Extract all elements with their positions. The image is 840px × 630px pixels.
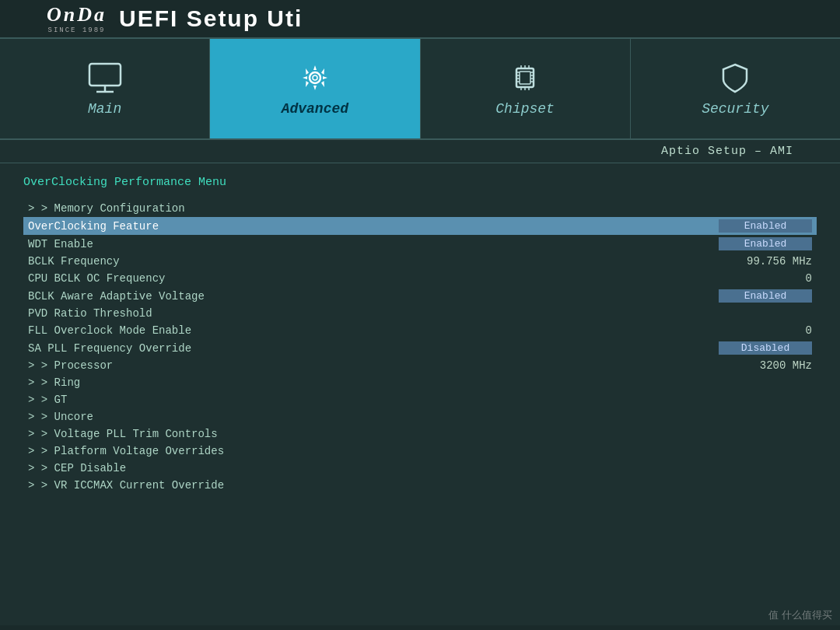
menu-item-value-4: 0: [711, 272, 812, 285]
menu-item-6: PVD Ratio Threshold: [23, 305, 817, 322]
main-content: OverClocking Performance Menu > Memory C…: [0, 163, 840, 625]
menu-item-value-5: Enabled: [711, 289, 812, 303]
menu-item-label-10: > Ring: [28, 376, 812, 389]
menu-item-3: BCLK Frequency99.756 MHz: [23, 253, 817, 270]
menu-item-label-16: > VR ICCMAX Current Override: [28, 479, 812, 492]
subtitle-text: Aptio Setup – AMI: [661, 145, 793, 158]
value-plain-3: 99.756 MHz: [747, 255, 812, 268]
menu-item-label-9: > Processor: [28, 359, 711, 372]
menu-item-label-11: > GT: [28, 394, 812, 406]
value-badge-2: Enabled: [719, 237, 812, 250]
menu-item-4: CPU BCLK OC Frequency0: [23, 270, 817, 287]
menu-item-label-2: WDT Enable: [28, 238, 711, 250]
tab-main-label: Main: [88, 101, 121, 117]
svg-rect-0: [89, 64, 121, 86]
menu-item-label-8: SA PLL Frequency Override: [28, 342, 711, 355]
menu-item-7: FLL Overclock Mode Enable0: [23, 322, 817, 339]
menu-list: > Memory ConfigurationOverClocking Featu…: [23, 200, 817, 494]
subtitle-bar: Aptio Setup – AMI: [0, 140, 840, 163]
value-badge-8: Disabled: [719, 341, 812, 355]
brand-name: OnDa: [47, 3, 107, 26]
menu-item-label-3: BCLK Frequency: [28, 255, 711, 268]
menu-item-label-13: > Voltage PLL Trim Controls: [28, 428, 812, 440]
menu-item-label-0: > Memory Configuration: [28, 202, 812, 215]
header: OnDa SINCE 1989 UEFI Setup Uti: [0, 0, 840, 39]
menu-item-label-14: > Platform Voltage Overrides: [28, 445, 812, 457]
brand-logo: OnDa SINCE 1989: [47, 3, 107, 34]
menu-item-value-1: Enabled: [711, 219, 812, 233]
value-badge-5: Enabled: [719, 289, 812, 303]
section-title: OverClocking Performance Menu: [23, 176, 817, 189]
menu-item-11[interactable]: > GT: [23, 391, 817, 408]
value-plain-7: 0: [806, 324, 812, 337]
tab-chipset[interactable]: Chipset: [421, 39, 631, 138]
tab-main[interactable]: Main: [0, 39, 210, 138]
menu-item-value-3: 99.756 MHz: [711, 255, 812, 268]
menu-item-value-2: Enabled: [711, 237, 812, 250]
menu-item-13[interactable]: > Voltage PLL Trim Controls: [23, 425, 817, 443]
svg-rect-7: [520, 72, 530, 84]
main-panel: OverClocking Performance Menu > Memory C…: [0, 163, 840, 625]
menu-item-9[interactable]: > Processor3200 MHz: [23, 357, 817, 374]
menu-item-16[interactable]: > VR ICCMAX Current Override: [23, 477, 817, 494]
shield-icon: [716, 61, 754, 95]
menu-item-15[interactable]: > CEP Disable: [23, 460, 817, 477]
tab-security[interactable]: Security: [631, 39, 840, 138]
menu-item-2: WDT EnableEnabled: [23, 235, 817, 253]
menu-item-label-15: > CEP Disable: [28, 462, 812, 474]
watermark: 值 什么值得买: [768, 608, 832, 622]
value-plain-9: 3200 MHz: [760, 359, 812, 372]
menu-item-14[interactable]: > Platform Voltage Overrides: [23, 443, 817, 460]
menu-item-label-6: PVD Ratio Threshold: [28, 307, 812, 320]
menu-item-5: BCLK Aware Adaptive VoltageEnabled: [23, 287, 817, 305]
tab-chipset-label: Chipset: [495, 101, 555, 117]
menu-item-0[interactable]: > Memory Configuration: [23, 200, 817, 217]
menu-item-label-7: FLL Overclock Mode Enable: [28, 324, 711, 337]
menu-item-value-7: 0: [711, 324, 812, 337]
gear-icon: [296, 61, 334, 95]
menu-item-1: OverClocking FeatureEnabled: [23, 217, 817, 235]
menu-item-8: SA PLL Frequency OverrideDisabled: [23, 339, 817, 357]
menu-item-label-12: > Uncore: [28, 411, 812, 423]
uefi-title: UEFI Setup Uti: [119, 5, 303, 32]
menu-item-label-4: CPU BCLK OC Frequency: [28, 272, 711, 285]
tab-advanced-label: Advanced: [282, 101, 348, 117]
value-badge-1: Enabled: [719, 219, 812, 233]
menu-item-label-5: BCLK Aware Adaptive Voltage: [28, 290, 711, 303]
brand-subtitle: SINCE 1989: [48, 26, 106, 34]
tab-advanced[interactable]: Advanced: [210, 39, 420, 138]
tab-security-label: Security: [702, 101, 768, 117]
menu-item-12[interactable]: > Uncore: [23, 408, 817, 425]
value-plain-4: 0: [806, 272, 812, 285]
monitor-icon: [86, 61, 124, 95]
menu-item-10[interactable]: > Ring: [23, 374, 817, 391]
menu-item-value-9: 3200 MHz: [711, 359, 812, 372]
chip-icon: [506, 61, 544, 95]
menu-item-label-1: OverClocking Feature: [28, 220, 711, 233]
menu-item-value-8: Disabled: [711, 341, 812, 355]
nav-tabs: Main Advanced: [0, 39, 840, 140]
